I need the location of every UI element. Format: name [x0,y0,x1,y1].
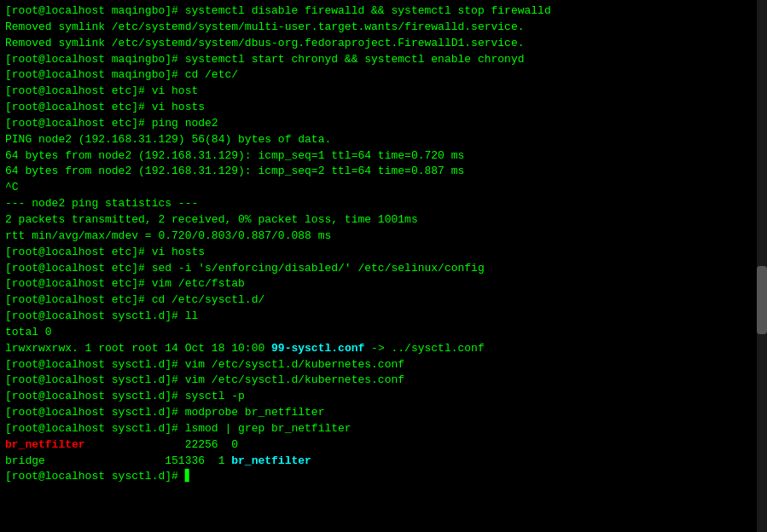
terminal-line: [root@localhost sysctl.d]# ll [5,309,762,325]
terminal-line: [root@localhost sysctl.d]# vim /etc/sysc… [5,357,762,373]
terminal-text: 2 packets transmitted, 2 received, 0% pa… [5,213,418,226]
terminal-text: bridge 151336 1 [5,454,231,467]
terminal-text: [root@localhost etc]# vi hosts [5,101,205,113]
terminal-line: 64 bytes from node2 (192.168.31.129): ic… [5,148,762,165]
terminal-line: --- node2 ping statistics --- [5,196,762,212]
terminal-text: PING node2 (192.168.31.129) 56(84) bytes… [5,133,331,146]
terminal-line: rtt min/avg/max/mdev = 0.720/0.803/0.887… [5,228,762,245]
terminal-text: 22256 0 [85,438,238,451]
terminal-wrapper: [root@localhost maqingbo]# systemctl dis… [0,0,767,532]
terminal-text: 99-sysctl.conf [271,342,364,355]
terminal[interactable]: [root@localhost maqingbo]# systemctl dis… [0,0,767,532]
terminal-line: total 0 [5,325,762,341]
terminal-text: rtt min/avg/max/mdev = 0.720/0.803/0.887… [5,229,331,242]
terminal-line: br_netfilter 22256 0 [5,437,762,454]
terminal-line: [root@localhost maqingbo]# cd /etc/ [5,67,762,84]
terminal-line: [root@localhost maqingbo]# systemctl sta… [5,52,762,68]
terminal-text: -> ../sysctl.conf [364,342,484,355]
terminal-line: [root@localhost sysctl.d]# sysctl -p [5,389,762,405]
terminal-text: br_netfilter [5,438,85,451]
terminal-text: 64 bytes from node2 (192.168.31.129): ic… [5,165,464,177]
terminal-text: [root@localhost sysctl.d]# vim /etc/sysc… [5,373,404,386]
terminal-line: [root@localhost sysctl.d]# vim /etc/sysc… [5,373,762,389]
terminal-line: [root@localhost etc]# vi host [5,84,762,100]
terminal-text: Removed symlink /etc/systemd/system/mult… [5,20,525,33]
terminal-text: 64 bytes from node2 (192.168.31.129): ic… [5,149,464,162]
terminal-line: [root@localhost etc]# vim /etc/fstab [5,276,762,292]
terminal-text: [root@localhost etc]# cd /etc/sysctl.d/ [5,293,264,306]
terminal-line: lrwxrwxrwx. 1 root root 14 Oct 18 10:00 … [5,341,762,357]
terminal-line: [root@localhost etc]# vi hosts [5,100,762,116]
terminal-line: [root@localhost etc]# vi hosts [5,245,762,261]
terminal-line: PING node2 (192.168.31.129) 56(84) bytes… [5,132,762,148]
terminal-text: [root@localhost etc]# vi host [5,84,198,97]
terminal-line: [root@localhost sysctl.d]# ▋ [5,469,762,485]
terminal-text: [root@localhost sysctl.d]# lsmod | grep … [5,422,352,435]
terminal-text: [root@localhost sysctl.d]# modprobe br_n… [5,406,324,419]
scrollbar[interactable] [757,0,767,532]
terminal-line: [root@localhost etc]# cd /etc/sysctl.d/ [5,292,762,309]
terminal-text: total 0 [5,326,52,338]
terminal-text: [root@localhost sysctl.d]# ll [5,309,198,322]
terminal-text: [root@localhost etc]# ping node2 [5,117,218,130]
terminal-line: 2 packets transmitted, 2 received, 0% pa… [5,212,762,228]
terminal-text: [root@localhost sysctl.d]# sysctl -p [5,390,245,402]
terminal-text: --- node2 ping statistics --- [5,197,198,210]
terminal-text: Removed symlink /etc/systemd/system/dbus… [5,37,525,49]
terminal-line: [root@localhost sysctl.d]# lsmod | grep … [5,421,762,437]
terminal-line: Removed symlink /etc/systemd/system/mult… [5,20,762,36]
terminal-line: [root@localhost etc]# sed -i 's/enforcin… [5,261,762,277]
terminal-text: [root@localhost etc]# vim /etc/fstab [5,277,245,290]
terminal-line: ^C [5,180,762,196]
terminal-text: [root@localhost maqingbo]# systemctl dis… [5,4,551,17]
terminal-text: lrwxrwxrwx. 1 root root 14 Oct 18 10:00 [5,342,271,355]
scrollbar-thumb[interactable] [757,266,767,334]
terminal-text: [root@localhost etc]# vi hosts [5,246,205,258]
terminal-line: [root@localhost sysctl.d]# modprobe br_n… [5,405,762,421]
terminal-line: Removed symlink /etc/systemd/system/dbus… [5,36,762,52]
terminal-text: [root@localhost sysctl.d]# ▋ [5,470,191,483]
terminal-line: [root@localhost maqingbo]# systemctl dis… [5,3,762,20]
terminal-text: ^C [5,181,19,194]
terminal-line: 64 bytes from node2 (192.168.31.129): ic… [5,164,762,180]
terminal-text: [root@localhost sysctl.d]# vim /etc/sysc… [5,358,404,371]
terminal-text: br_netfilter [231,454,311,467]
terminal-text: [root@localhost maqingbo]# cd /etc/ [5,68,238,81]
terminal-line: [root@localhost etc]# ping node2 [5,116,762,132]
terminal-text: [root@localhost maqingbo]# systemctl sta… [5,53,525,66]
terminal-text: [root@localhost etc]# sed -i 's/enforcin… [5,262,485,275]
terminal-line: bridge 151336 1 br_netfilter [5,454,762,470]
